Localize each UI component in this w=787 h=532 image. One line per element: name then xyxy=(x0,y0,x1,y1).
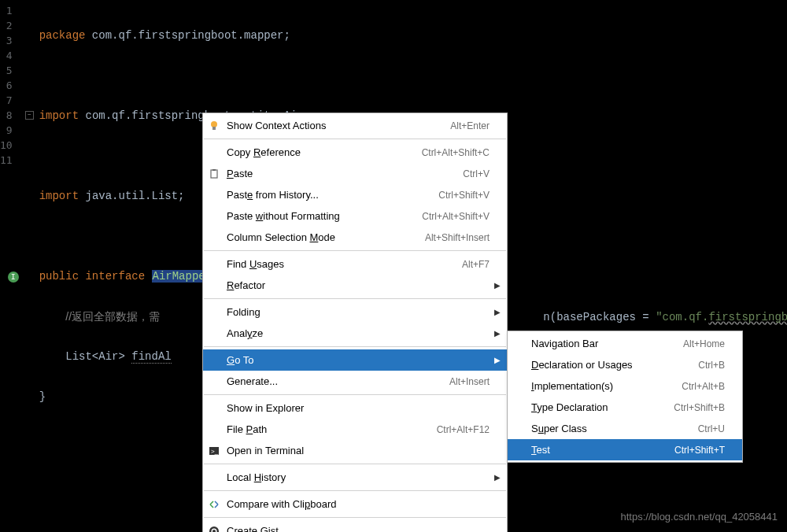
menu-item-find-usages[interactable]: Find UsagesAlt+F7 xyxy=(203,253,507,275)
line-number: 1 xyxy=(0,3,13,18)
menu-item-shortcut: Ctrl+Alt+B xyxy=(682,381,725,392)
code-text: List<Air> xyxy=(65,350,131,363)
menu-item-paste-without-formatting[interactable]: Paste without FormattingCtrl+Alt+Shift+V xyxy=(203,205,507,227)
menu-item-file-path[interactable]: File PathCtrl+Alt+F12 xyxy=(203,419,507,440)
gutter-run-icon[interactable]: I xyxy=(8,272,19,283)
menu-item-show-context-actions[interactable]: Show Context ActionsAlt+Enter xyxy=(203,115,507,136)
menu-item-shortcut: Alt+Shift+Insert xyxy=(425,232,490,243)
line-gutter: 1234567891011 xyxy=(0,0,22,532)
line-number: 4 xyxy=(0,48,13,63)
menu-item-shortcut: Alt+Insert xyxy=(449,376,490,387)
svg-point-0 xyxy=(211,121,217,127)
menu-item-shortcut: Ctrl+Shift+B xyxy=(674,402,725,413)
menu-item-go-to[interactable]: Go To▶ xyxy=(203,349,507,371)
menu-item-label: Copy Reference xyxy=(227,146,422,158)
keyword: public xyxy=(39,270,86,283)
line-number: 5 xyxy=(0,63,13,78)
menu-separator xyxy=(204,346,506,347)
menu-item-label: Column Selection Mode xyxy=(227,231,425,243)
github-icon xyxy=(208,525,220,533)
line-number: 2 xyxy=(0,18,13,33)
menu-item-shortcut: Ctrl+Alt+Shift+C xyxy=(422,147,490,158)
menu-item-paste[interactable]: PasteCtrl+V xyxy=(203,163,507,184)
menu-item-shortcut: Ctrl+Alt+F12 xyxy=(437,424,490,435)
menu-item-label: Super Class xyxy=(531,423,698,434)
line-number: 7 xyxy=(0,93,13,108)
submenu-arrow-icon: ▶ xyxy=(494,356,501,364)
keyword: import xyxy=(39,109,79,122)
menu-separator xyxy=(204,250,506,251)
menu-item-open-in-terminal[interactable]: >_Open in Terminal xyxy=(203,440,507,461)
menu-item-shortcut: Alt+Enter xyxy=(450,120,490,131)
comment: //返回全部数据，需 xyxy=(65,310,160,323)
menu-item-create-gist[interactable]: Create Gist... xyxy=(203,520,507,532)
submenu-item-implementation-s[interactable]: Implementation(s)Ctrl+Alt+B xyxy=(508,375,742,397)
submenu-item-declaration-or-usages[interactable]: Declaration or UsagesCtrl+B xyxy=(508,354,742,375)
submenu-arrow-icon: ▶ xyxy=(494,473,501,482)
menu-item-copy-reference[interactable]: Copy ReferenceCtrl+Alt+Shift+C xyxy=(203,142,507,163)
menu-item-generate[interactable]: Generate...Alt+Insert xyxy=(203,371,507,392)
submenu-item-test[interactable]: TestCtrl+Shift+T xyxy=(508,439,742,460)
menu-item-label: Implementation(s) xyxy=(531,380,682,392)
paste-icon xyxy=(208,168,220,180)
code-text: n(basePackages = xyxy=(543,311,656,323)
line-number: 11 xyxy=(0,153,13,168)
keyword: package xyxy=(39,29,86,42)
menu-item-shortcut: Ctrl+B xyxy=(698,360,725,371)
menu-item-label: Generate... xyxy=(227,375,449,387)
menu-item-label: Refactor xyxy=(227,279,490,291)
line-number: 8 xyxy=(0,108,13,123)
svg-text:>_: >_ xyxy=(211,448,219,455)
menu-item-label: Find Usages xyxy=(227,258,462,270)
keyword: import xyxy=(39,190,79,202)
submenu-item-navigation-bar[interactable]: Navigation BarAlt+Home xyxy=(508,333,742,354)
menu-separator xyxy=(204,464,506,464)
menu-separator xyxy=(204,298,506,299)
menu-item-label: Type Declaration xyxy=(531,401,674,413)
line-number: 6 xyxy=(0,78,13,93)
menu-item-analyze[interactable]: Analyze▶ xyxy=(203,323,507,344)
submenu-arrow-icon: ▶ xyxy=(494,329,501,338)
menu-item-shortcut: Ctrl+V xyxy=(463,168,490,179)
menu-item-label: Go To xyxy=(227,354,490,366)
menu-item-compare-with-clipboard[interactable]: Compare with Clipboard xyxy=(203,493,507,515)
menu-item-shortcut: Alt+F7 xyxy=(462,259,490,270)
svg-rect-1 xyxy=(212,127,216,130)
context-menu: Show Context ActionsAlt+EnterCopy Refere… xyxy=(202,113,508,532)
submenu-item-super-class[interactable]: Super ClassCtrl+U xyxy=(508,418,742,439)
method-name: findAl xyxy=(131,350,171,364)
code-text: java.util.List; xyxy=(79,190,184,202)
menu-item-label: File Path xyxy=(227,423,437,435)
menu-item-label: Navigation Bar xyxy=(531,338,683,349)
menu-item-label: Show Context Actions xyxy=(227,120,450,131)
submenu-arrow-icon: ▶ xyxy=(494,281,501,290)
menu-item-show-in-explorer[interactable]: Show in Explorer xyxy=(203,397,507,419)
fold-icon[interactable]: – xyxy=(25,111,34,120)
line-number: 3 xyxy=(0,33,13,48)
menu-item-shortcut: Ctrl+Shift+T xyxy=(674,445,725,456)
menu-item-shortcut: Ctrl+Shift+V xyxy=(438,190,490,201)
menu-item-paste-from-history[interactable]: Paste from History...Ctrl+Shift+V xyxy=(203,184,507,205)
menu-item-label: Paste xyxy=(227,168,463,179)
menu-item-label: Paste without Formatting xyxy=(227,210,422,222)
menu-item-label: Test xyxy=(531,444,674,456)
watermark: https://blog.csdn.net/qq_42058441 xyxy=(621,511,778,523)
string: firstspringboo xyxy=(708,311,787,323)
menu-item-local-history[interactable]: Local History▶ xyxy=(203,467,507,488)
menu-item-folding[interactable]: Folding▶ xyxy=(203,301,507,323)
compare-icon xyxy=(208,498,220,511)
menu-item-column-selection-mode[interactable]: Column Selection ModeAlt+Shift+Insert xyxy=(203,227,507,248)
menu-item-shortcut: Ctrl+Alt+Shift+V xyxy=(422,211,490,222)
menu-item-label: Show in Explorer xyxy=(227,402,490,414)
menu-item-shortcut: Ctrl+U xyxy=(698,423,725,434)
goto-submenu: Navigation BarAlt+HomeDeclaration or Usa… xyxy=(507,331,743,463)
terminal-icon: >_ xyxy=(208,445,220,457)
string: "com.qf. xyxy=(656,311,708,323)
menu-item-shortcut: Alt+Home xyxy=(683,338,725,349)
menu-item-refactor[interactable]: Refactor▶ xyxy=(203,275,507,296)
menu-item-label: Folding xyxy=(227,306,490,318)
submenu-item-type-declaration[interactable]: Type DeclarationCtrl+Shift+B xyxy=(508,397,742,418)
menu-separator xyxy=(204,139,506,139)
menu-item-label: Create Gist... xyxy=(227,525,490,532)
svg-rect-3 xyxy=(212,169,216,171)
